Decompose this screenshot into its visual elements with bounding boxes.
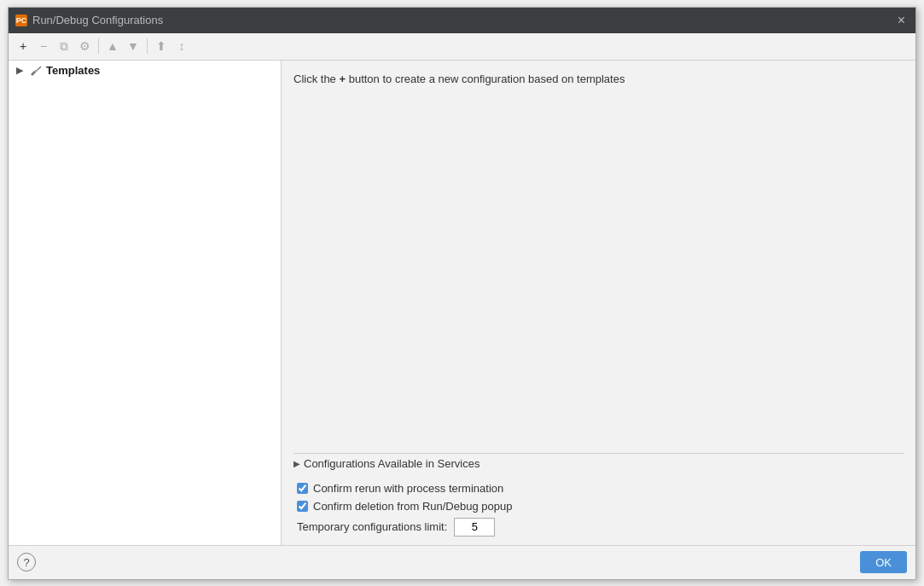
templates-label: Templates [46,64,100,77]
right-panel: Click the + button to create a new confi… [282,61,915,545]
main-content: ▶ Templates Click the + button to create… [9,61,915,545]
confirm-rerun-label: Confirm rerun with process termination [313,482,503,495]
app-icon: PC [15,15,27,26]
hint-text: Click the + button to create a new confi… [293,73,904,85]
remove-button[interactable]: − [34,37,53,55]
ok-button[interactable]: OK [860,551,907,573]
left-panel: ▶ Templates [9,61,282,545]
tree-item-templates[interactable]: ▶ Templates [9,61,281,81]
down-button[interactable]: ▼ [124,37,142,55]
title-bar: PC Run/Debug Configurations × [9,8,915,33]
dialog-footer: ? OK [9,545,915,579]
help-button[interactable]: ? [17,553,36,571]
dialog-title: Run/Debug Configurations [32,14,163,26]
section-arrow-icon: ▶ [293,459,300,468]
limit-input[interactable] [454,518,495,537]
configurations-label: Configurations Available in Services [304,457,479,470]
settings-button[interactable]: ⚙ [75,37,94,55]
copy-button[interactable]: ⧉ [55,37,73,55]
toolbar: + − ⧉ ⚙ ▲ ▼ ⬆ ↕ [9,33,915,61]
wrench-icon [29,64,43,78]
confirm-rerun-checkbox[interactable] [297,483,308,494]
checkbox-row-2: Confirm deletion from Run/Debug popup [293,500,904,513]
toolbar-separator-2 [147,38,148,54]
configurations-available-section[interactable]: ▶ Configurations Available in Services [293,453,904,473]
checkbox-row-1: Confirm rerun with process termination [293,482,904,495]
confirm-deletion-label: Confirm deletion from Run/Debug popup [313,500,512,513]
sort-button[interactable]: ↕ [172,37,191,55]
tree-arrow-icon: ▶ [14,65,26,77]
footer-right: OK [860,551,907,573]
move-button[interactable]: ⬆ [152,37,171,55]
add-button[interactable]: + [14,37,32,55]
limit-label: Temporary configurations limit: [297,520,447,533]
bottom-section: ▶ Configurations Available in Services C… [293,453,904,545]
toolbar-separator-1 [98,38,99,54]
up-button[interactable]: ▲ [103,37,122,55]
close-button[interactable]: × [894,12,909,29]
plus-symbol: + [339,73,346,85]
title-bar-left: PC Run/Debug Configurations [15,14,163,26]
run-debug-dialog: PC Run/Debug Configurations × + − ⧉ ⚙ ▲ … [8,7,916,580]
confirm-deletion-checkbox[interactable] [297,501,308,512]
limit-row: Temporary configurations limit: [293,518,904,537]
right-spacer [293,94,904,453]
